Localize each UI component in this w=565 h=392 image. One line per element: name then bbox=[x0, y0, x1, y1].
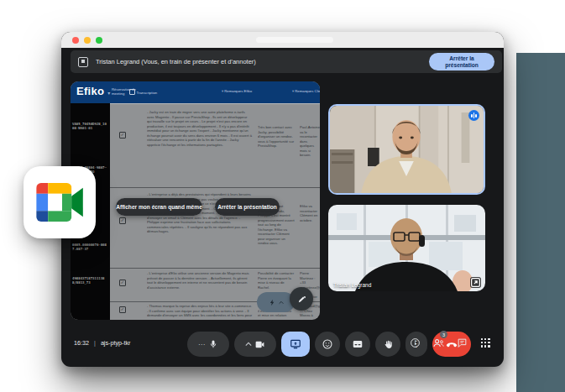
chat-icon bbox=[457, 337, 468, 348]
close-window-button[interactable] bbox=[72, 37, 79, 44]
filter-caret-icon: ▾ bbox=[292, 89, 294, 93]
row-checkbox: ✓ bbox=[119, 132, 126, 139]
record-id: 49884371873111388/8813_73 bbox=[72, 276, 108, 285]
record-id: VA05_70450D928_1008-NS01-01 bbox=[72, 122, 108, 130]
row-checkbox: ✓ bbox=[119, 217, 126, 224]
annotation-tool-button[interactable] bbox=[257, 292, 295, 312]
meeting-info: 16:32 | ajs-ptyp-tkr bbox=[74, 339, 130, 347]
mic-options-icon[interactable]: ⋯ bbox=[198, 341, 206, 348]
info-icon bbox=[410, 337, 421, 348]
speaking-indicator-icon bbox=[468, 110, 479, 121]
remark-client-cell: Efiko va recontacter Clément en octobre. bbox=[300, 204, 320, 263]
participant-count-badge: 3 bbox=[440, 331, 447, 338]
microphone-button[interactable]: ⋯ bbox=[187, 332, 229, 357]
meeting-details-button[interactable] bbox=[409, 337, 421, 349]
clock-time: 16:32 bbox=[74, 339, 89, 347]
annotate-button[interactable] bbox=[290, 287, 313, 311]
participant-video bbox=[328, 205, 485, 291]
stop-presentation-overlay-button[interactable]: Arrêter la présentation bbox=[215, 198, 280, 216]
efiko-table-header: Efiko ▾ Réservation de meeting Transcrip… bbox=[71, 81, 320, 103]
column-transcription: Transcription bbox=[129, 89, 157, 95]
participant-name-label: Tristan Legrand bbox=[333, 282, 371, 288]
traffic-lights bbox=[72, 37, 102, 44]
presenter-status-text: Tristan Legrand (Vous, en train de prése… bbox=[96, 58, 256, 65]
efiko-logo: Efiko ▾ bbox=[76, 85, 111, 97]
raise-hand-button[interactable] bbox=[375, 332, 400, 357]
filter-caret-icon: ▾ bbox=[222, 89, 223, 93]
chevron-up-icon bbox=[279, 301, 284, 305]
transcription-cell: - Thomas marque la reprise des enjeux li… bbox=[147, 304, 253, 319]
camera-button[interactable] bbox=[234, 332, 276, 357]
hand-icon bbox=[383, 339, 394, 350]
chat-panel-button[interactable] bbox=[456, 337, 468, 349]
microphone-icon bbox=[208, 339, 218, 349]
stop-presentation-button[interactable]: Arrêter la présentation bbox=[429, 53, 494, 71]
stylus-icon bbox=[269, 298, 276, 307]
transcription-cell: - L'entreprise d'Elio utilise une ancien… bbox=[147, 271, 253, 300]
screen-share-badge-icon bbox=[470, 277, 481, 288]
background-accent-band bbox=[516, 53, 565, 392]
google-meet-logo-card bbox=[24, 166, 96, 238]
column-remarks-efiko: ▾Remarques Efiko bbox=[222, 89, 252, 93]
google-meet-window: Tristan Legrand (Vous, en train de prése… bbox=[61, 32, 504, 367]
show-my-screen-anyway-button[interactable]: Afficher mon écran quand même bbox=[116, 198, 202, 216]
checkbox-icon bbox=[129, 89, 135, 95]
table-row: ✓ - Jacky est en train de migrer vers un… bbox=[110, 103, 320, 188]
zoom-window-button[interactable] bbox=[96, 37, 102, 44]
participant-tile-remote[interactable] bbox=[328, 104, 485, 195]
column-remarks-client: ▾Remarques Client bbox=[292, 89, 320, 93]
titlebar-pill bbox=[256, 37, 333, 43]
minimize-window-button[interactable] bbox=[84, 37, 91, 44]
meeting-code: ajs-ptyp-tkr bbox=[101, 339, 131, 347]
divider: | bbox=[94, 339, 96, 347]
apps-grid-icon bbox=[481, 338, 491, 348]
google-meet-icon bbox=[36, 183, 83, 222]
people-panel-button[interactable]: 3 bbox=[432, 337, 445, 349]
macos-titlebar bbox=[61, 32, 504, 48]
smiley-icon bbox=[322, 338, 333, 350]
transcription-cell: - Jacky est en train de migrer vers une … bbox=[147, 110, 253, 184]
activities-button[interactable] bbox=[479, 337, 492, 349]
row-checkbox: ✓ bbox=[119, 280, 126, 286]
chevron-up-icon[interactable] bbox=[245, 342, 252, 347]
record-id: 0005.00000070-0087.087-37 bbox=[72, 243, 108, 251]
present-screen-icon bbox=[290, 338, 301, 350]
remark-client-cell: Paul-Antoine va le recontacter dans quel… bbox=[300, 125, 320, 175]
present-screen-button-active[interactable] bbox=[281, 332, 310, 357]
people-icon bbox=[432, 337, 445, 348]
screenshot-stage: Tristan Legrand (Vous, en train de prése… bbox=[0, 0, 565, 392]
captions-icon bbox=[352, 338, 364, 350]
pencil-icon bbox=[297, 295, 306, 304]
present-screen-icon bbox=[78, 57, 88, 67]
presenting-banner: Tristan Legrand (Vous, en train de prése… bbox=[71, 50, 502, 73]
shared-screen: Efiko ▾ Réservation de meeting Transcrip… bbox=[71, 81, 320, 320]
participant-video bbox=[330, 106, 484, 193]
reactions-button[interactable] bbox=[315, 332, 340, 357]
captions-button[interactable] bbox=[345, 332, 370, 357]
remark-efiko-cell: Très bon contact avec Jacky, possibilité… bbox=[258, 125, 295, 175]
meeting-panels: 3 bbox=[409, 337, 492, 349]
camera-icon bbox=[254, 339, 265, 350]
participant-tile-self[interactable]: Tristan Legrand bbox=[328, 205, 485, 291]
row-checkbox: ✓ bbox=[119, 306, 126, 313]
